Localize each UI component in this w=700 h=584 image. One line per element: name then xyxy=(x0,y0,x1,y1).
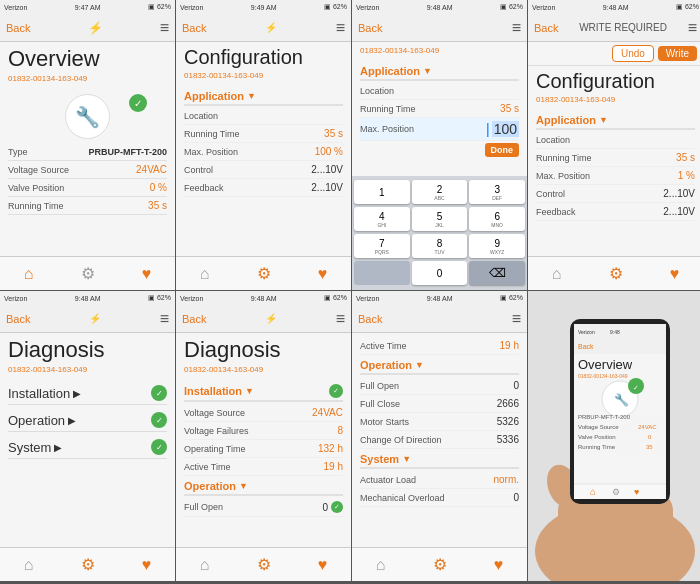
status-bar-1: Verizon 9:47 AM ▣ 62% xyxy=(0,0,175,14)
key-8[interactable]: 8TUV xyxy=(412,234,468,258)
heart-tab-6[interactable]: ♥ xyxy=(318,556,328,574)
op-section-header-2[interactable]: Operation ▼ xyxy=(184,476,343,496)
config-maxpos[interactable]: Max. Position 100 % xyxy=(184,143,343,161)
settings-tab-6[interactable]: ⚙ xyxy=(257,555,271,574)
device-circle: 🔧 xyxy=(65,94,110,139)
wr-maxpos-label: Max. Position xyxy=(536,171,590,181)
settings-tab-1[interactable]: ⚙ xyxy=(81,264,95,283)
install-section-btn[interactable]: Installation ▶ ✓ xyxy=(8,380,167,405)
op-section-title-2: Operation xyxy=(184,480,236,492)
back-button-2[interactable]: Back xyxy=(182,22,206,34)
config-location[interactable]: Location xyxy=(184,108,343,125)
wr-feedback[interactable]: Feedback 2...10V xyxy=(536,203,695,221)
home-tab-2[interactable]: ⌂ xyxy=(200,265,210,283)
menu-icon-1[interactable]: ≡ xyxy=(160,19,169,37)
d2-active-label: Active Time xyxy=(184,462,231,472)
svg-rect-31 xyxy=(574,484,666,499)
key-4[interactable]: 4GHI xyxy=(354,207,410,231)
wr-location[interactable]: Location xyxy=(536,132,695,149)
time-1: 9:47 AM xyxy=(75,4,101,11)
key-5[interactable]: 5JKL xyxy=(412,207,468,231)
undo-button[interactable]: Undo xyxy=(612,45,654,62)
menu-icon-7[interactable]: ≡ xyxy=(512,310,521,328)
install-check: ✓ xyxy=(151,385,167,401)
svg-text:9:48: 9:48 xyxy=(610,329,620,335)
status-bar-4: Verizon 9:48 AM ▣ 62% xyxy=(528,0,700,14)
bluetooth-icon-2: ⚡ xyxy=(265,22,277,33)
svg-text:⌂: ⌂ xyxy=(590,486,596,497)
key-6[interactable]: 6MNO xyxy=(469,207,525,231)
heart-tab-7[interactable]: ♥ xyxy=(494,556,504,574)
device-id-2: 01832-00134-163-049 xyxy=(184,71,343,80)
done-button[interactable]: Done xyxy=(485,143,520,157)
install-section-header-2[interactable]: Installation ▼ ✓ xyxy=(184,380,343,402)
d3-mechover: Mechanical Overload 0 xyxy=(360,489,519,507)
kb-location[interactable]: Location xyxy=(360,83,519,100)
settings-tab-2[interactable]: ⚙ xyxy=(257,264,271,283)
wr-control[interactable]: Control 2...10V xyxy=(536,185,695,203)
home-tab-6[interactable]: ⌂ xyxy=(200,556,210,574)
back-button-4[interactable]: Back xyxy=(534,22,558,34)
operation-section-btn[interactable]: Operation ▶ ✓ xyxy=(8,407,167,432)
menu-icon-6[interactable]: ≡ xyxy=(336,310,345,328)
heart-tab-4[interactable]: ♥ xyxy=(670,265,680,283)
menu-icon-4[interactable]: ≡ xyxy=(688,19,697,37)
key-3[interactable]: 3DEF xyxy=(469,180,525,204)
menu-icon-3[interactable]: ≡ xyxy=(512,19,521,37)
status-bar-7: Verizon 9:48 AM ▣ 62% xyxy=(352,291,527,305)
d2-fullopen-label: Full Open xyxy=(184,502,223,512)
operation-check: ✓ xyxy=(151,412,167,428)
settings-tab-7[interactable]: ⚙ xyxy=(433,555,447,574)
write-button[interactable]: Write xyxy=(658,46,697,61)
back-button-7[interactable]: Back xyxy=(358,313,382,325)
app-section-header-4: Application ▼ xyxy=(536,110,695,130)
key-2[interactable]: 2ABC xyxy=(412,180,468,204)
wr-location-label: Location xyxy=(536,135,570,145)
back-button-5[interactable]: Back xyxy=(6,313,30,325)
type-value: PRBUP-MFT-T-200 xyxy=(88,147,167,157)
bluetooth-icon-5: ⚡ xyxy=(89,313,101,324)
back-button-3[interactable]: Back xyxy=(358,22,382,34)
heart-tab-2[interactable]: ♥ xyxy=(318,265,328,283)
screen-diag1: Verizon 9:48 AM ▣ 62% Back ⚡ ≡ Diagnosis… xyxy=(0,291,175,581)
battery-3: ▣ 62% xyxy=(500,3,523,11)
menu-icon-2[interactable]: ≡ xyxy=(336,19,345,37)
key-1[interactable]: 1 xyxy=(354,180,410,204)
device-id-6: 01832-00134-163-049 xyxy=(184,365,343,374)
home-tab-4[interactable]: ⌂ xyxy=(552,265,562,283)
key-0[interactable]: 0 xyxy=(412,261,468,285)
settings-tab-5[interactable]: ⚙ xyxy=(81,555,95,574)
menu-icon-5[interactable]: ≡ xyxy=(160,310,169,328)
config-feedback[interactable]: Feedback 2...10V xyxy=(184,179,343,197)
key-7[interactable]: 7PQRS xyxy=(354,234,410,258)
back-button-1[interactable]: Back xyxy=(6,22,30,34)
op-section-header-3[interactable]: Operation ▼ xyxy=(360,355,519,375)
screen-keyboard: Verizon 9:48 AM ▣ 62% Back ≡ 01832-00134… xyxy=(352,0,527,290)
config-running[interactable]: Running Time 35 s xyxy=(184,125,343,143)
system-section-btn[interactable]: System ▶ ✓ xyxy=(8,434,167,459)
d3-motorstarts: Motor Starts 5326 xyxy=(360,413,519,431)
diag2-content: Diagnosis 01832-00134-163-049 Installati… xyxy=(176,333,351,547)
heart-tab-5[interactable]: ♥ xyxy=(142,556,152,574)
d3-actload-label: Actuator Load xyxy=(360,475,416,485)
settings-tab-4[interactable]: ⚙ xyxy=(609,264,623,283)
home-tab-7[interactable]: ⌂ xyxy=(376,556,386,574)
kb-running[interactable]: Running Time 35 s xyxy=(360,100,519,118)
key-9[interactable]: 9WXYZ xyxy=(469,234,525,258)
delete-key[interactable]: ⌫ xyxy=(469,261,525,285)
config-control[interactable]: Control 2...10V xyxy=(184,161,343,179)
valve-label: Valve Position xyxy=(8,183,64,193)
sys-section-header-3[interactable]: System ▼ xyxy=(360,449,519,469)
home-tab-5[interactable]: ⌂ xyxy=(24,556,34,574)
screen-diag3: Verizon 9:48 AM ▣ 62% Back ≡ Active Time… xyxy=(352,291,527,581)
key-row-3: 7PQRS 8TUV 9WXYZ xyxy=(354,234,525,258)
back-button-6[interactable]: Back xyxy=(182,313,206,325)
d2-active: Active Time 19 h xyxy=(184,458,343,476)
wr-running[interactable]: Running Time 35 s xyxy=(536,149,695,167)
running-label: Running Time xyxy=(8,201,64,211)
heart-tab-1[interactable]: ♥ xyxy=(142,265,152,283)
field-row-valve: Valve Position 0 % xyxy=(8,179,167,197)
kb-maxpos[interactable]: Max. Position | 100 xyxy=(360,118,519,141)
home-tab-1[interactable]: ⌂ xyxy=(24,265,34,283)
wr-maxpos[interactable]: Max. Position 1 % xyxy=(536,167,695,185)
